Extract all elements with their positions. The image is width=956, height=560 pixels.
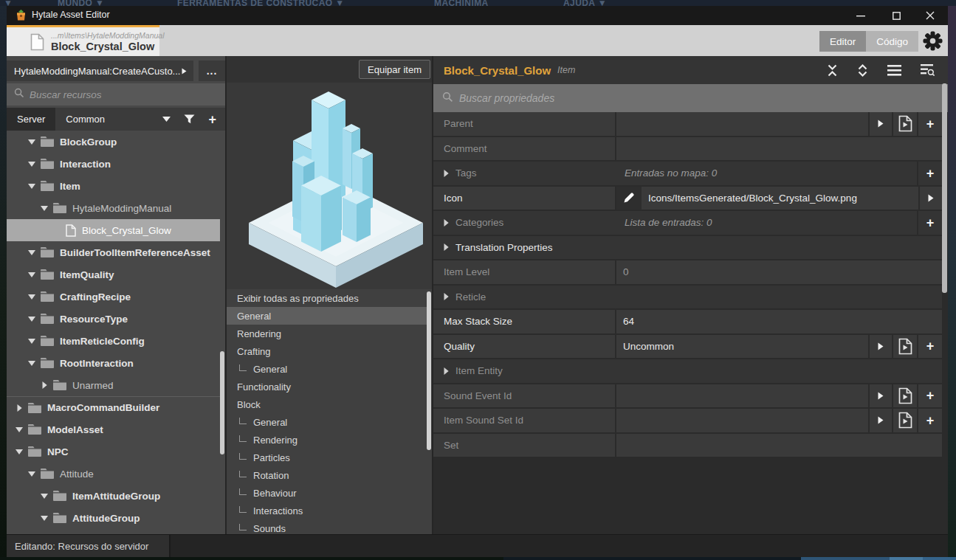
category-interactions[interactable]: Interactions <box>227 502 427 519</box>
property-value-cell[interactable]: Lista de entradas: 0 <box>616 211 917 235</box>
caret-right-icon[interactable] <box>444 243 449 251</box>
menu-search-icon[interactable] <box>921 64 935 76</box>
caret-right-icon[interactable] <box>41 381 48 389</box>
tree-item-itemattitudegroup[interactable]: ItemAttitudeGroup <box>7 485 220 507</box>
tree-item-itemquality[interactable]: ItemQuality <box>7 263 220 286</box>
collapse-all-icon[interactable] <box>827 64 838 77</box>
category-rendering[interactable]: Rendering <box>227 325 427 342</box>
property-value-cell[interactable] <box>616 286 942 309</box>
category-general[interactable]: General <box>227 307 427 325</box>
add-entry-button[interactable]: + <box>918 112 942 136</box>
minimize-button[interactable] <box>845 6 877 25</box>
add-entry-button[interactable]: + <box>918 162 942 185</box>
tree-item-craftingrecipe[interactable]: CraftingRecipe <box>7 286 220 308</box>
open-reference-chevron-icon[interactable] <box>920 187 942 210</box>
open-reference-chevron-icon[interactable] <box>870 384 892 408</box>
window-titlebar[interactable]: Hytale Asset Editor <box>7 6 948 25</box>
category-crafting[interactable]: Crafting <box>227 342 427 360</box>
caret-down-icon[interactable] <box>28 471 35 477</box>
goto-asset-icon[interactable] <box>893 384 917 408</box>
property-label-cell[interactable]: Tags <box>433 162 616 185</box>
open-reference-chevron-icon[interactable] <box>870 112 892 136</box>
tree-item-rootinteraction[interactable]: RootInteraction <box>7 352 220 374</box>
tree-item-modelasset[interactable]: ModelAsset <box>7 418 220 440</box>
tab-server[interactable]: Server <box>7 108 55 131</box>
tree-item-attitude[interactable]: Attitude <box>7 463 220 485</box>
property-value-cell[interactable]: 0 <box>616 260 942 284</box>
property-value-cell[interactable]: Entradas no mapa: 0 <box>616 162 917 185</box>
tree-item-buildertoolitemreferenceasset[interactable]: BuilderToolItemReferenceAsset <box>7 241 220 263</box>
maximize-button[interactable] <box>880 6 912 25</box>
tree-item-itemreticleconfig[interactable]: ItemReticleConfig <box>7 330 220 352</box>
caret-down-icon[interactable] <box>16 449 23 454</box>
caret-right-icon[interactable] <box>444 170 449 177</box>
category-sounds[interactable]: Sounds <box>227 519 427 534</box>
tree-item-attitudegroup[interactable]: AttitudeGroup <box>7 507 220 529</box>
edit-pencil-icon[interactable] <box>616 187 642 210</box>
open-reference-chevron-icon[interactable] <box>870 335 892 359</box>
goto-asset-icon[interactable] <box>893 335 917 359</box>
caret-down-icon[interactable] <box>28 294 35 300</box>
expand-all-icon[interactable] <box>857 64 868 77</box>
property-value-cell[interactable] <box>616 236 942 260</box>
category-particles[interactable]: Particles <box>227 449 427 466</box>
property-value-cell[interactable]: Icons/ItemsGenerated/Block_Crystal_Glow.… <box>616 187 918 210</box>
breadcrumb-more-button[interactable]: ... <box>199 61 225 81</box>
caret-down-icon[interactable] <box>28 339 35 344</box>
add-entry-button[interactable]: + <box>918 384 942 408</box>
editor-mode-button[interactable]: Editor <box>819 31 866 52</box>
category-functionality[interactable]: Functionality <box>227 378 427 395</box>
property-value-cell[interactable] <box>616 384 868 408</box>
property-value-cell[interactable] <box>616 112 868 136</box>
property-value-cell[interactable]: Uncommon <box>616 335 868 359</box>
caret-right-icon[interactable] <box>444 293 449 300</box>
equip-item-button[interactable]: Equipar item <box>359 60 430 79</box>
property-value-cell[interactable] <box>616 359 942 383</box>
caret-right-icon[interactable] <box>444 367 449 375</box>
caret-down-icon[interactable] <box>41 516 48 521</box>
goto-asset-icon[interactable] <box>893 112 917 136</box>
category-behaviour[interactable]: Behaviour <box>227 484 427 502</box>
caret-down-icon[interactable] <box>28 162 35 167</box>
add-entry-button[interactable]: + <box>918 335 942 359</box>
caret-down-icon[interactable] <box>41 494 48 499</box>
property-search-input[interactable]: Buscar propriedades <box>433 84 948 112</box>
code-mode-button[interactable]: Código <box>866 31 918 52</box>
caret-down-icon[interactable] <box>28 184 35 189</box>
caret-right-icon[interactable] <box>16 404 23 412</box>
property-value-cell[interactable] <box>616 137 942 161</box>
resource-search-input[interactable]: Buscar recursos <box>7 83 225 106</box>
caret-down-icon[interactable] <box>28 361 35 366</box>
chevron-down-icon[interactable] <box>162 117 171 122</box>
add-entry-button[interactable]: + <box>918 211 942 235</box>
property-label-cell[interactable]: Categories <box>433 211 616 235</box>
property-value-cell[interactable] <box>616 409 868 432</box>
tab-common[interactable]: Common <box>55 108 115 131</box>
tree-item-unarmed[interactable]: Unarmed <box>7 374 220 396</box>
category-rendering[interactable]: Rendering <box>227 431 427 449</box>
caret-down-icon[interactable] <box>28 250 35 255</box>
add-entry-button[interactable]: + <box>918 409 942 432</box>
caret-down-icon[interactable] <box>28 272 35 277</box>
add-resource-button[interactable]: + <box>208 113 216 126</box>
tree-item-hytalemoddingmanual[interactable]: HytaleModdingManual <box>7 197 220 219</box>
tab-block-crystal-glow[interactable]: ...m\Items\HytaleModdingManual Block_Cry… <box>7 25 159 56</box>
caret-right-icon[interactable] <box>444 219 449 227</box>
breadcrumb[interactable]: HytaleModdingManual:CreateACusto... <box>7 61 193 81</box>
item-3d-preview[interactable] <box>227 83 432 289</box>
property-label-cell[interactable]: Translation Properties <box>433 236 616 260</box>
caret-down-icon[interactable] <box>28 139 35 145</box>
property-table-scrollbar[interactable] <box>942 83 947 293</box>
tree-item-npc[interactable]: NPC <box>7 440 220 463</box>
tree-item-resourcetype[interactable]: ResourceType <box>7 308 220 330</box>
tree-item-item[interactable]: Item <box>7 175 220 197</box>
property-value-cell[interactable]: 64 <box>616 310 942 333</box>
category-exibir-todas-as-propriedades[interactable]: Exibir todas as propriedades <box>227 289 427 307</box>
settings-gear-icon[interactable] <box>921 30 943 52</box>
property-label-cell[interactable]: Reticle <box>433 286 616 309</box>
property-label-cell[interactable]: Item Entity <box>433 359 616 383</box>
tree-item-interaction[interactable]: Interaction <box>7 153 220 175</box>
caret-down-icon[interactable] <box>16 427 23 432</box>
category-general[interactable]: General <box>227 413 427 431</box>
category-rotation[interactable]: Rotation <box>227 466 427 484</box>
